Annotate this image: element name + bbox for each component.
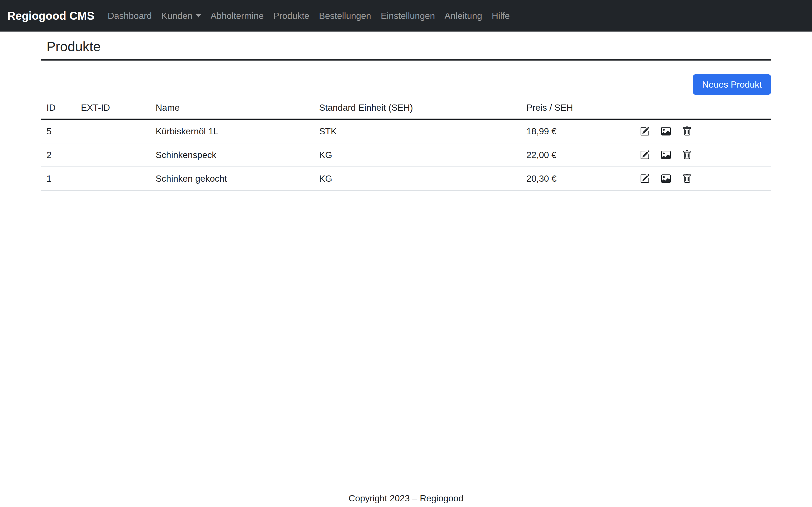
trash-icon [682,126,692,136]
nav-link-abholtermine[interactable]: Abholtermine [206,11,269,21]
nav-link-label: Produkte [273,11,309,21]
table-row: 2 Schinkenspeck KG 22,00 € [41,143,771,167]
delete-button[interactable] [682,126,692,136]
table-body: 5 Kürbiskernöl 1L STK 18,99 € 2 Schinken… [41,119,771,190]
column-header-name: Name [150,97,313,119]
cell-actions [635,143,771,167]
image-button[interactable] [661,150,671,160]
nav-item-dashboard: Dashboard [103,11,157,21]
cell-price: 20,30 € [521,167,635,190]
cell-id: 1 [41,167,75,190]
products-table: IDEXT-IDNameStandard Einheit (SEH)Preis … [41,97,771,191]
nav-item-einstellungen: Einstellungen [376,11,440,21]
main-content: Produkte Neues Produkt IDEXT-IDNameStand… [41,39,771,191]
column-header-preis-seh: Preis / SEH [521,97,635,119]
cell-price: 18,99 € [521,119,635,143]
nav-item-produkte: Produkte [268,11,314,21]
cell-unit: KG [313,167,521,190]
cell-id: 2 [41,143,75,167]
chevron-down-icon [196,14,201,17]
edit-icon [640,126,650,136]
nav-link-bestellungen[interactable]: Bestellungen [314,11,376,21]
cell-id: 5 [41,119,75,143]
column-header-id: ID [41,97,75,119]
column-header-standard-einheit-seh-: Standard Einheit (SEH) [313,97,521,119]
cell-name: Kürbiskernöl 1L [150,119,313,143]
table-header-row: IDEXT-IDNameStandard Einheit (SEH)Preis … [41,97,771,119]
table-header: IDEXT-IDNameStandard Einheit (SEH)Preis … [41,97,771,119]
cell-unit: STK [313,119,521,143]
edit-button[interactable] [640,126,650,136]
edit-icon [640,174,650,183]
new-product-button[interactable]: Neues Produkt [693,74,771,95]
cell-name: Schinken gekocht [150,167,313,190]
nav-link-hilfe[interactable]: Hilfe [487,11,515,21]
edit-button[interactable] [640,150,650,160]
nav-link-label: Einstellungen [380,11,435,21]
image-icon [661,150,671,160]
cell-actions [635,119,771,143]
cell-ext-id [75,167,150,190]
copyright-text: Copyright 2023 – Regiogood [349,493,463,503]
navbar: Regiogood CMS DashboardKundenAbholtermin… [0,0,812,32]
nav-link-kunden[interactable]: Kunden [156,11,206,21]
column-header-ext-id: EXT-ID [75,97,150,119]
table-row: 1 Schinken gekocht KG 20,30 € [41,167,771,190]
image-button[interactable] [661,174,671,183]
row-actions [640,150,771,160]
trash-icon [682,174,692,183]
edit-button[interactable] [640,174,650,183]
row-actions [640,126,771,136]
page-title: Produkte [41,39,771,55]
nav-link-produkte[interactable]: Produkte [268,11,314,21]
column-header-actions [635,97,771,119]
cell-ext-id [75,143,150,167]
nav-item-hilfe: Hilfe [487,11,515,21]
image-button[interactable] [661,126,671,136]
nav-item-kunden: Kunden [156,11,206,21]
nav-link-label: Bestellungen [319,11,371,21]
nav-link-label: Hilfe [492,11,510,21]
cell-name: Schinkenspeck [150,143,313,167]
trash-icon [682,150,692,160]
nav-link-label: Anleitung [445,11,482,21]
nav-list: DashboardKundenAbholtermineProdukteBeste… [103,11,515,21]
nav-link-label: Kunden [161,11,192,21]
title-divider [41,59,771,61]
toolbar: Neues Produkt [41,74,771,95]
image-icon [661,174,671,183]
nav-link-einstellungen[interactable]: Einstellungen [376,11,440,21]
cell-unit: KG [313,143,521,167]
table-row: 5 Kürbiskernöl 1L STK 18,99 € [41,119,771,143]
row-actions [640,174,771,183]
cell-actions [635,167,771,190]
delete-button[interactable] [682,150,692,160]
nav-item-abholtermine: Abholtermine [206,11,269,21]
edit-icon [640,150,650,160]
nav-link-label: Dashboard [108,11,152,21]
nav-link-dashboard[interactable]: Dashboard [103,11,157,21]
nav-link-anleitung[interactable]: Anleitung [440,11,487,21]
cell-ext-id [75,119,150,143]
nav-link-label: Abholtermine [211,11,264,21]
footer: Copyright 2023 – Regiogood [0,493,812,504]
nav-item-bestellungen: Bestellungen [314,11,376,21]
cell-price: 22,00 € [521,143,635,167]
brand-logo[interactable]: Regiogood CMS [7,10,94,22]
image-icon [661,126,671,136]
delete-button[interactable] [682,174,692,183]
nav-item-anleitung: Anleitung [440,11,487,21]
